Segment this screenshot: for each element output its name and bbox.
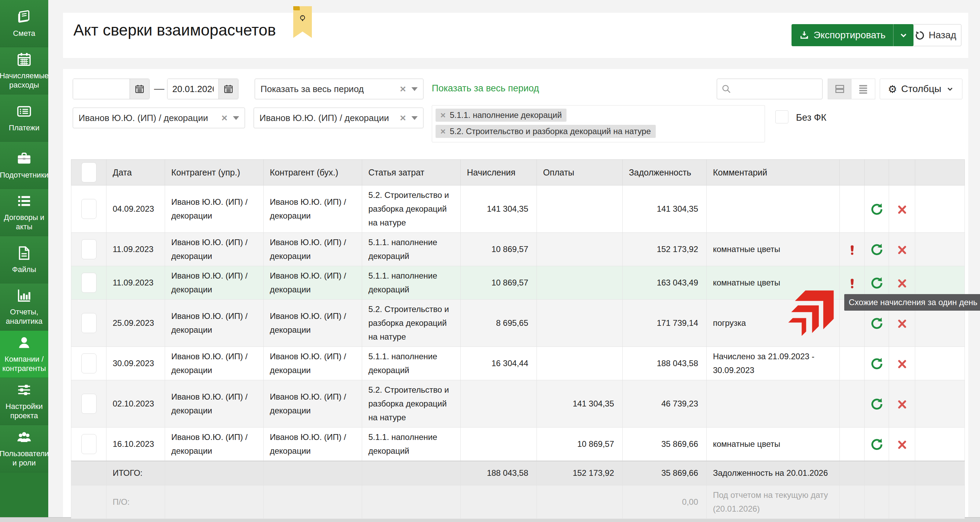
paid-cell (537, 300, 623, 347)
columns-button[interactable]: ⚙ Столбцы (880, 78, 963, 99)
warning-cell (840, 380, 865, 428)
accrued-cell (461, 428, 537, 461)
debt-cell: 152 173,92 (623, 233, 707, 266)
totals-cell (915, 461, 965, 485)
under-report-cell (461, 485, 537, 519)
comment-cell: Начислено за 21.09.2023 - 30.09.2023 (707, 347, 840, 380)
refresh-icon[interactable] (870, 439, 883, 448)
search-box (717, 78, 822, 99)
period-select[interactable]: Показать за весь период × (255, 78, 423, 99)
delete-icon[interactable] (897, 204, 907, 214)
row-checkbox[interactable] (81, 313, 97, 333)
date-to-input[interactable] (167, 79, 218, 99)
warning-cell (840, 347, 865, 380)
refresh-icon[interactable] (870, 358, 883, 367)
under-report-cell (537, 485, 623, 519)
sidebar-item-payments[interactable]: Платежи (0, 94, 48, 142)
cost-item-tag[interactable]: ×5.2. Строительство и разборка декораций… (436, 125, 656, 138)
column-header[interactable] (865, 160, 889, 185)
sidebar-item-briefcase[interactable]: Подотчетники (0, 142, 48, 189)
gear-icon: ⚙ (888, 83, 897, 95)
search-input[interactable] (734, 83, 818, 95)
clear-icon[interactable]: × (221, 113, 228, 123)
delete-icon[interactable] (897, 244, 907, 254)
refresh-icon[interactable] (870, 278, 883, 287)
sidebar-item-file[interactable]: Файлы (0, 236, 48, 283)
table-row: 02.10.2023Иванов Ю.Ю. (ИП) / декорацииИв… (71, 380, 965, 428)
clear-icon[interactable]: × (400, 84, 406, 94)
chevron-down-icon (898, 30, 909, 40)
totals-cell (865, 461, 889, 485)
sidebar-item-sliders[interactable]: Настройки проекта (0, 378, 48, 425)
date-from-input[interactable] (73, 79, 130, 99)
column-header[interactable]: Дата (107, 160, 165, 185)
delete-icon[interactable] (897, 359, 907, 368)
accrued-cell: 16 304,44 (461, 347, 537, 380)
clear-icon[interactable]: × (400, 113, 406, 123)
sidebar-item-label: Смета (13, 29, 35, 38)
refresh-icon[interactable] (870, 318, 883, 327)
column-header[interactable] (889, 160, 915, 185)
column-header[interactable]: Комментарий (707, 160, 840, 185)
contractor-mgmt-select[interactable]: Иванов Ю.Ю. (ИП) / декорации × (73, 108, 245, 128)
column-header[interactable] (840, 160, 865, 185)
sidebar-item-calendar[interactable]: Начисляемые расходы (0, 47, 48, 94)
sidebar-item-book[interactable]: Смета (0, 0, 48, 47)
under-report-label-cell: П/О: (107, 485, 165, 519)
sidebar-item-label: Отчеты, аналитика (1, 308, 47, 326)
checkbox-cell (71, 233, 107, 266)
refresh-icon[interactable] (870, 399, 883, 408)
sidebar-item-contracts[interactable]: Договоры и акты (0, 189, 48, 236)
book-icon (16, 9, 32, 25)
view-list-button[interactable] (851, 78, 875, 99)
sidebar-item-person[interactable]: Компании / контрагенты (0, 330, 48, 378)
no-fk-checkbox[interactable] (775, 110, 788, 123)
show-whole-period-link[interactable]: Показать за весь период (432, 83, 539, 94)
column-header[interactable]: Статья затрат (362, 160, 461, 185)
delete-cell (889, 233, 915, 266)
remove-tag-icon[interactable]: × (441, 127, 445, 136)
export-dropdown-toggle[interactable] (893, 24, 913, 46)
totals-cell (362, 461, 461, 485)
refresh-icon[interactable] (870, 204, 883, 213)
delete-icon[interactable] (897, 399, 907, 408)
delete-icon[interactable] (897, 278, 907, 287)
date-from-calendar-button[interactable] (130, 79, 149, 99)
export-button[interactable]: Экспортировать (792, 24, 913, 46)
column-header[interactable]: Начисления (461, 160, 537, 185)
cost-items-tags[interactable]: ×5.1.1. наполнение декораций×5.2. Строит… (432, 105, 765, 142)
chart-icon (16, 287, 32, 303)
contractor-acc-select[interactable]: Иванов Ю.Ю. (ИП) / декорации × (254, 108, 423, 128)
row-checkbox[interactable] (81, 273, 97, 293)
under-report-row: П/О:0,00Под отчетом на текущую дату (20.… (71, 485, 965, 519)
row-checkbox[interactable] (81, 394, 97, 414)
row-checkbox[interactable] (81, 239, 97, 259)
warning-icon[interactable] (846, 278, 858, 287)
column-header[interactable]: Контрагент (упр.) (165, 160, 264, 185)
delete-icon[interactable] (897, 318, 907, 327)
select-all-checkbox[interactable] (81, 163, 97, 182)
delete-icon[interactable] (897, 439, 907, 449)
column-header[interactable] (915, 160, 965, 185)
row-checkbox[interactable] (81, 353, 97, 374)
date-to-calendar-button[interactable] (218, 79, 238, 99)
refresh-icon[interactable] (870, 244, 883, 254)
warning-icon[interactable] (846, 244, 858, 254)
cost-item-tag[interactable]: ×5.1.1. наполнение декораций (436, 109, 566, 122)
remove-tag-icon[interactable]: × (441, 111, 445, 120)
contractor-mgmt-cell: Иванов Ю.Ю. (ИП) / декорации (165, 380, 264, 428)
sidebar-item-users[interactable]: Пользователи и роли (0, 425, 48, 473)
back-button[interactable]: Назад (910, 24, 961, 46)
column-header[interactable]: Оплаты (537, 160, 623, 185)
row-checkbox[interactable] (81, 199, 97, 219)
column-header[interactable]: Контрагент (бух.) (264, 160, 362, 185)
contractor-acc-cell: Иванов Ю.Ю. (ИП) / декорации (264, 428, 362, 461)
row-checkbox[interactable] (81, 434, 97, 454)
payments-icon (16, 104, 32, 119)
refresh-cell (865, 233, 889, 266)
sidebar-item-chart[interactable]: Отчеты, аналитика (0, 283, 48, 330)
dropdown-arrow-icon (233, 116, 239, 120)
column-header[interactable]: Задолженность (623, 160, 707, 185)
view-rows-button[interactable] (828, 78, 851, 99)
file-icon (16, 245, 32, 261)
